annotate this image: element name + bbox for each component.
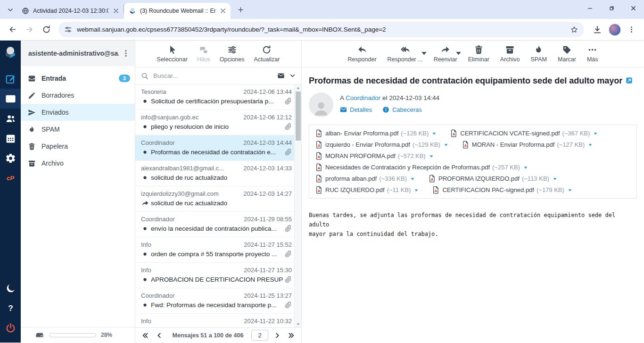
search-options-chevron-icon[interactable] bbox=[289, 73, 296, 79]
reload-button[interactable] bbox=[39, 22, 54, 37]
browser-tab-inactive[interactable]: Actividad 2024-12-03 12:30:00 bbox=[17, 3, 124, 19]
attachment-menu-caret-icon[interactable] bbox=[413, 187, 420, 193]
attachment-size: (~126 KB) bbox=[401, 130, 429, 137]
site-settings-icon[interactable] bbox=[64, 25, 72, 33]
message-list-item[interactable]: Info 2024-11-27 15:52 orden de compra # … bbox=[135, 237, 294, 263]
prev-page-button[interactable] bbox=[153, 330, 165, 341]
attachment-chip[interactable]: A MORAN - Enviar Proforma.pdf (~127 KB) bbox=[462, 141, 594, 149]
mark-button[interactable]: Marcar bbox=[557, 44, 577, 64]
attachment-chip[interactable]: A proforma alban.pdf (~336 KB) bbox=[315, 175, 416, 183]
pagination-bar: Mensajes 51 a 100 de 406 bbox=[135, 327, 301, 343]
attachment-chip[interactable]: A Necesidades de Contratación y Recepció… bbox=[315, 163, 529, 171]
sidebar-folder[interactable]: Borradores bbox=[21, 87, 135, 104]
settings-nav-button[interactable] bbox=[0, 148, 21, 168]
first-page-button[interactable] bbox=[139, 330, 151, 341]
select-button[interactable]: Seleccionar bbox=[156, 44, 189, 64]
mail-nav-button[interactable] bbox=[0, 89, 21, 109]
refresh-button[interactable]: Actualizar bbox=[253, 44, 281, 64]
scroll-up-arrow[interactable] bbox=[295, 84, 301, 91]
attachment-menu-caret-icon[interactable] bbox=[428, 153, 435, 159]
dark-mode-button[interactable] bbox=[0, 278, 21, 298]
logout-button[interactable] bbox=[0, 318, 21, 338]
attachment-menu-caret-icon[interactable] bbox=[522, 164, 529, 171]
address-bar[interactable]: webmail.sanjuan.gob.ec/cpsess6773850452/… bbox=[58, 22, 584, 37]
list-scrollbar[interactable] bbox=[294, 84, 301, 327]
attachment-chip[interactable]: A PROFORMA IZQUIERDO.pdf (~113 KB) bbox=[428, 175, 558, 183]
account-menu-icon[interactable] bbox=[122, 49, 130, 58]
tab-close-icon[interactable] bbox=[112, 7, 120, 15]
message-list-item[interactable]: Tesoreria 2024-12-06 13:44 Solicitud de … bbox=[135, 84, 294, 110]
threads-button[interactable]: Hilos bbox=[196, 44, 211, 64]
restore-button[interactable] bbox=[601, 0, 622, 16]
downloads-icon[interactable] bbox=[593, 25, 602, 34]
attachment-menu-caret-icon[interactable] bbox=[592, 130, 599, 137]
search-scope-icon[interactable] bbox=[276, 72, 286, 79]
sidebar-folder[interactable]: SPAM bbox=[21, 121, 135, 138]
tab-close-icon[interactable] bbox=[219, 7, 227, 15]
forward-caret-icon[interactable] bbox=[454, 48, 463, 58]
details-link[interactable]: Detalles bbox=[340, 106, 372, 113]
reply-button[interactable]: Responder bbox=[347, 44, 377, 64]
message-list-item[interactable]: Coordinador 2024-12-03 14:44 Proformas d… bbox=[135, 135, 294, 161]
search-input[interactable] bbox=[152, 72, 272, 80]
browser-menu-icon[interactable] bbox=[627, 25, 636, 33]
help-button[interactable]: ? bbox=[0, 298, 21, 318]
attachment-menu-caret-icon[interactable] bbox=[567, 187, 573, 193]
attachment-chip[interactable]: A CERTIFICACION PAC-signed.pdf (~179 KB) bbox=[432, 186, 573, 194]
sidebar-folder[interactable]: Entrada 3 bbox=[21, 70, 135, 87]
attachment-menu-caret-icon[interactable] bbox=[587, 142, 594, 148]
reply-all-caret-icon[interactable] bbox=[419, 48, 429, 58]
attachment-chip[interactable]: A alban- Enviar Proforma.pdf (~126 KB) bbox=[315, 129, 438, 137]
tab-search-button[interactable] bbox=[4, 3, 17, 17]
reply-all-button[interactable]: Responder ... bbox=[387, 44, 424, 64]
minimize-button[interactable] bbox=[579, 0, 601, 16]
headers-link[interactable]: Cabeceras bbox=[382, 106, 422, 113]
message-sender: alexandralban1981@gmail.c... bbox=[141, 165, 239, 172]
attachment-chip[interactable]: A MORAN PROFORMA.pdf (~572 KB) bbox=[315, 152, 435, 160]
sidebar-folder[interactable]: Papelera bbox=[21, 138, 135, 155]
unread-dot-icon bbox=[141, 301, 149, 309]
calendar-nav-button[interactable] bbox=[0, 128, 21, 148]
sidebar-folder[interactable]: Enviados bbox=[21, 104, 135, 121]
spam-button[interactable]: SPAM bbox=[530, 44, 548, 64]
recipient-link[interactable]: Coordinador bbox=[346, 94, 380, 101]
attachment-menu-caret-icon[interactable] bbox=[431, 130, 438, 137]
message-list-item[interactable]: Info 2024-11-22 10:32 bbox=[135, 314, 294, 327]
attachment-menu-caret-icon[interactable] bbox=[443, 142, 449, 148]
bookmark-star-icon[interactable] bbox=[570, 25, 578, 34]
attachment-menu-caret-icon[interactable] bbox=[552, 176, 558, 182]
delete-button[interactable]: Eliminar bbox=[467, 44, 490, 64]
external-link-icon[interactable] bbox=[626, 77, 633, 84]
forward-button[interactable]: Reenviar bbox=[433, 44, 458, 64]
attachment-chip[interactable]: A CERTIFICACION VCATE-signed.pdf (~367 K… bbox=[450, 129, 599, 137]
more-button[interactable]: Más bbox=[586, 44, 599, 64]
attachment-name: izquierdo - Enviar Proforma.pdf bbox=[325, 141, 410, 148]
scroll-down-arrow[interactable] bbox=[295, 321, 301, 327]
back-button[interactable] bbox=[5, 22, 20, 37]
cpanel-button[interactable]: cP bbox=[0, 168, 21, 188]
message-list-item[interactable]: info@sanjuan.gob.ec 2024-12-06 12:12 pli… bbox=[135, 110, 294, 135]
page-number-input[interactable] bbox=[251, 330, 268, 341]
message-list-item[interactable]: Coordinador 2024-11-25 13:27 Fwd: Profor… bbox=[135, 288, 294, 314]
scrollbar-thumb[interactable] bbox=[296, 92, 301, 141]
attachment-menu-caret-icon[interactable] bbox=[409, 176, 416, 182]
attachment-chip[interactable]: A izquierdo - Enviar Proforma.pdf (~129 … bbox=[315, 141, 449, 149]
next-page-button[interactable] bbox=[271, 330, 283, 341]
message-list-item[interactable]: Coordinador 2024-11-29 08:55 envío la ne… bbox=[135, 212, 294, 237]
attachment-chip[interactable]: A RUC IZQUIERDO.pdf (~11 KB) bbox=[315, 186, 420, 194]
last-page-button[interactable] bbox=[285, 330, 297, 341]
options-button[interactable]: Opciones bbox=[219, 44, 246, 64]
message-list-item[interactable]: alexandralban1981@gmail.c... 2024-12-03 … bbox=[135, 161, 294, 186]
new-tab-button[interactable] bbox=[234, 3, 247, 16]
contacts-nav-button[interactable] bbox=[0, 109, 21, 128]
browser-profile-avatar[interactable] bbox=[609, 24, 621, 36]
sidebar-folder[interactable]: Archivo bbox=[21, 155, 135, 172]
forward-button[interactable] bbox=[22, 22, 37, 37]
close-window-button[interactable] bbox=[622, 0, 644, 16]
svg-text:A: A bbox=[318, 178, 321, 182]
browser-tab-active[interactable]: (3) Roundcube Webmail :: Envia bbox=[124, 3, 231, 19]
compose-button[interactable] bbox=[0, 69, 21, 89]
message-list-item[interactable]: izquierdolizzy30@gmail.com 2024-12-03 14… bbox=[135, 186, 294, 212]
archive-button[interactable]: Archivo bbox=[499, 44, 521, 64]
message-list-item[interactable]: Info 2024-11-27 15:30 APROBACION DE CERT… bbox=[135, 263, 294, 288]
